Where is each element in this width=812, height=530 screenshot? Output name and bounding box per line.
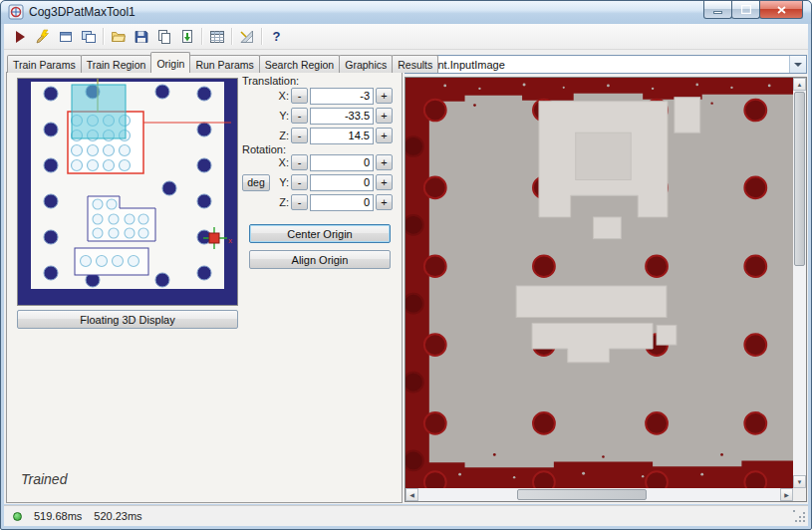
tab-search-region[interactable]: Search Region: [259, 55, 340, 73]
teal-overlay-box: [72, 85, 126, 138]
resize-grip[interactable]: [793, 510, 807, 524]
toolbar-separator: [261, 28, 262, 45]
train-pattern-3d-view[interactable]: x: [17, 78, 238, 306]
rotation-z-decrement-button[interactable]: -: [291, 194, 308, 210]
status-bar: 519.68ms 520.23ms: [4, 505, 808, 526]
result-time-value: 520.23ms: [94, 510, 141, 522]
scrollbar-corner: [793, 488, 806, 501]
toolbar-separator: [231, 28, 232, 45]
tab-origin[interactable]: Origin: [150, 52, 190, 73]
rotation-z-increment-button[interactable]: +: [376, 194, 393, 210]
rotation-y-input[interactable]: [310, 174, 374, 191]
titlebar[interactable]: Cog3DPatMaxTool1: [1, 1, 811, 24]
image-selector-combobox[interactable]: Current.InputImage: [405, 55, 807, 74]
horizontal-scroll-thumb[interactable]: [517, 489, 647, 500]
tab-graphics[interactable]: Graphics: [339, 55, 393, 73]
translation-label: Translation:: [242, 75, 299, 87]
electric-edit-icon[interactable]: [31, 26, 54, 47]
input-image-canvas[interactable]: [406, 78, 793, 488]
translation-z-axis-label: Z:: [272, 130, 289, 141]
input-image-graphic: [406, 78, 793, 488]
vertical-scroll-thumb[interactable]: [794, 92, 805, 266]
image-display-icon[interactable]: [77, 26, 100, 47]
toolbar: ?: [4, 24, 808, 50]
scroll-right-icon[interactable]: ▶: [780, 488, 793, 501]
image-display-panel: Current.InputImage: [404, 52, 808, 503]
translation-y-axis-label: Y:: [272, 110, 289, 122]
rotation-x-row: X: - +: [242, 153, 393, 171]
translation-x-row: X: - +: [242, 87, 393, 105]
close-button[interactable]: [759, 1, 803, 19]
translation-z-increment-button[interactable]: +: [376, 128, 393, 143]
close-icon: [777, 6, 786, 14]
align-origin-button[interactable]: Align Origin: [249, 250, 391, 269]
translation-x-decrement-button[interactable]: -: [291, 88, 308, 104]
run-icon[interactable]: [8, 26, 31, 47]
translation-y-decrement-button[interactable]: -: [291, 108, 308, 124]
translation-y-row: Y: - +: [242, 107, 393, 125]
toolbar-separator: [103, 28, 104, 45]
minimize-icon: [713, 11, 722, 14]
svg-text:x: x: [228, 236, 232, 245]
rotation-z-axis-label: Z:: [272, 196, 289, 208]
client-area: Train Params Train Region Origin Run Par…: [4, 50, 808, 504]
translation-x-increment-button[interactable]: +: [376, 88, 393, 104]
vertical-scrollbar[interactable]: ▲ ▼: [793, 78, 806, 488]
rotation-y-row: deg Y: - +: [242, 173, 393, 191]
rotation-z-row: Z: - +: [242, 193, 393, 211]
translation-z-decrement-button[interactable]: -: [291, 128, 308, 143]
window-controls: [704, 1, 803, 19]
status-ok-icon: [13, 512, 22, 521]
app-icon: [8, 4, 24, 20]
help-icon[interactable]: ?: [265, 26, 288, 47]
rotation-y-increment-button[interactable]: +: [376, 174, 393, 190]
floating-display-icon[interactable]: [54, 26, 77, 47]
open-icon[interactable]: [107, 26, 130, 47]
tool-edit-panel: Train Params Train Region Origin Run Par…: [6, 52, 404, 504]
floating-3d-display-button[interactable]: Floating 3D Display: [17, 310, 238, 329]
translation-y-increment-button[interactable]: +: [376, 108, 393, 124]
window-title: Cog3DPatMaxTool1: [29, 5, 135, 19]
rotation-x-axis-label: X:: [272, 156, 289, 168]
copy-icon[interactable]: [152, 26, 175, 47]
tab-results[interactable]: Results: [392, 55, 438, 73]
maximize-icon: [741, 5, 751, 14]
tab-train-region[interactable]: Train Region: [81, 55, 152, 73]
rotation-x-decrement-button[interactable]: -: [291, 154, 308, 170]
rotation-z-input[interactable]: [310, 194, 374, 211]
scroll-down-icon[interactable]: ▼: [793, 475, 806, 488]
paste-icon[interactable]: [175, 26, 198, 47]
translation-y-input[interactable]: [310, 108, 374, 125]
degrees-unit-button[interactable]: deg: [242, 174, 270, 191]
tab-strip: Train Params Train Region Origin Run Par…: [7, 53, 437, 73]
minimize-button[interactable]: [703, 1, 732, 19]
rotation-y-axis-label: Y:: [272, 176, 289, 188]
maximize-button[interactable]: [731, 1, 760, 19]
chevron-down-icon[interactable]: [789, 56, 806, 73]
input-image-display: ▲ ▼ ◀ ▶: [405, 77, 807, 502]
train-pattern-graphic: x: [18, 79, 237, 305]
rotation-y-decrement-button[interactable]: -: [291, 174, 308, 190]
translation-z-row: Z: - +: [242, 127, 393, 144]
train-status-label: Trained: [21, 471, 67, 487]
rotation-x-increment-button[interactable]: +: [376, 154, 393, 170]
translation-x-axis-label: X:: [272, 90, 289, 102]
scroll-left-icon[interactable]: ◀: [406, 488, 418, 501]
tab-train-params[interactable]: Train Params: [7, 55, 82, 73]
translation-x-input[interactable]: [310, 88, 374, 105]
calibration-icon[interactable]: [235, 26, 258, 47]
lower-brick-shape: [75, 248, 148, 275]
app-window: Cog3DPatMaxTool1: [0, 0, 812, 530]
origin-tab-page: x Floating 3D Display Translation: X: - …: [6, 72, 403, 503]
tab-run-params[interactable]: Run Params: [189, 55, 259, 73]
horizontal-scrollbar[interactable]: ◀ ▶: [406, 488, 793, 501]
run-time-value: 519.68ms: [34, 510, 82, 522]
save-icon[interactable]: [130, 26, 152, 47]
translation-z-input[interactable]: [310, 128, 374, 144]
rotation-x-input[interactable]: [310, 154, 374, 171]
toolbar-separator: [201, 28, 202, 45]
scroll-up-icon[interactable]: ▲: [793, 78, 806, 91]
center-origin-button[interactable]: Center Origin: [249, 224, 391, 243]
results-grid-icon[interactable]: [205, 26, 228, 47]
